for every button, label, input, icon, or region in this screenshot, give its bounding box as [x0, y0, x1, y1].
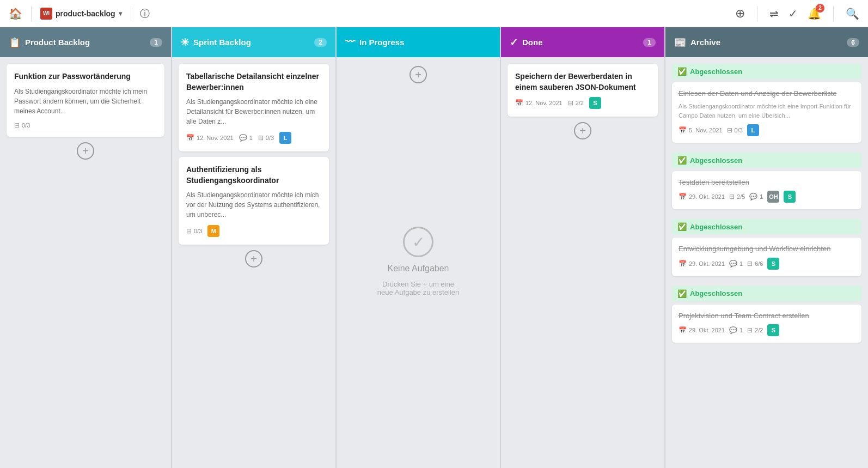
- info-icon[interactable]: ⓘ: [140, 7, 150, 20]
- archive-card-desc-einlesen: Als Studiengangskoordinator möchte ich e…: [678, 102, 855, 120]
- archive-status-3: ✅ Abgeschlossen: [672, 219, 861, 234]
- calendar-icon-a4: 📅: [678, 326, 687, 334]
- column-archive: 📰 Archive 6 ✅ Abgeschlossen Einlesen der…: [665, 27, 868, 468]
- comment-icon-a4: 💬: [729, 326, 737, 334]
- column-count-archive: 6: [847, 38, 859, 47]
- card-desc-passwort: Als Studiengangskoordinator möchte ich m…: [14, 87, 157, 116]
- archive-subtask-count-4: 2/2: [755, 327, 763, 333]
- add-icon[interactable]: ⊕: [735, 7, 745, 21]
- card-footer-tabellarische: 📅 12. Nov. 2021 💬 1 ⊟ 0/3 L: [186, 132, 321, 144]
- project-selector[interactable]: WI product-backlog ▾: [40, 8, 122, 20]
- nav-divider-2: [131, 6, 131, 21]
- subtask-icon-a3: ⊟: [747, 260, 753, 268]
- card-subtasks-auth: ⊟ 0/3: [186, 227, 202, 235]
- column-title-sprint-backlog: Sprint Backlog: [193, 38, 310, 47]
- filter-icon[interactable]: ⇌: [769, 7, 779, 20]
- archive-card-projektvision[interactable]: Projektvision und Team Contract erstelle…: [672, 305, 861, 343]
- comment-count: 1: [249, 135, 253, 141]
- archive-badge-s-2: S: [784, 191, 796, 203]
- archive-subtasks-4: ⊟ 2/2: [747, 326, 763, 334]
- archive-date-4: 📅 29. Okt. 2021: [678, 326, 725, 334]
- add-card-top-progress[interactable]: +: [409, 66, 427, 83]
- date-value: 12. Nov. 2021: [197, 135, 234, 141]
- column-title-in-progress: In Progress: [359, 38, 491, 47]
- archive-card-title-testdaten: Testdaten bereitstellen: [678, 178, 855, 187]
- card-footer-auth: ⊟ 0/3 M: [186, 225, 321, 237]
- calendar-icon-a3: 📅: [678, 260, 687, 268]
- card-footer-passwort: ⊟ 0/3: [14, 121, 157, 129]
- column-body-sprint-backlog: Tabellarische Detailansicht einzelner Be…: [172, 57, 335, 468]
- archive-card-einlesen[interactable]: Einlesen der Daten und Anzeige der Bewer…: [672, 82, 861, 143]
- archive-card-footer-testdaten: 📅 29. Okt. 2021 ⊟ 2/5 💬 1 OH S: [678, 191, 855, 203]
- subtask-icon-a2: ⊟: [729, 193, 735, 200]
- archive-card-footer-projektvision: 📅 29. Okt. 2021 💬 1 ⊟ 2/2 S: [678, 324, 855, 336]
- column-header-product-backlog: 📋 Product Backlog 1: [0, 27, 171, 57]
- column-body-in-progress: + ✓ Keine Aufgaben Drücken Sie + um eine…: [337, 57, 500, 468]
- column-count-done: 1: [643, 38, 656, 47]
- card-comments-tabellarische: 💬 1: [239, 134, 253, 142]
- chevron-down-icon: ▾: [119, 10, 122, 17]
- archive-subtasks-1: ⊟ 0/3: [727, 126, 743, 134]
- check-circle-icon[interactable]: ✓: [788, 7, 798, 20]
- archive-status-4: ✅ Abgeschlossen: [672, 286, 861, 301]
- archive-comment-count-4: 1: [739, 327, 743, 333]
- archive-card-footer-einlesen: 📅 5. Nov. 2021 ⊟ 0/3 L: [678, 124, 855, 136]
- calendar-icon-a2: 📅: [678, 193, 687, 200]
- archive-subtask-count-2: 2/5: [737, 193, 745, 200]
- priority-badge-s-done: S: [589, 97, 601, 109]
- column-count-sprint-backlog: 2: [314, 38, 327, 47]
- done-header-icon: ✓: [510, 37, 518, 48]
- card-tabellarische[interactable]: Tabellarische Detailansicht einzelner Be…: [179, 64, 329, 151]
- archive-icon: 📰: [674, 37, 686, 48]
- card-passwort[interactable]: Funktion zur Passwortänderung Als Studie…: [7, 64, 164, 137]
- archive-card-footer-entwicklung: 📅 29. Okt. 2021 💬 1 ⊟ 6/6 S: [678, 258, 855, 270]
- subtask-icon: ⊟: [14, 121, 20, 129]
- archive-comments-4: 💬 1: [729, 326, 743, 334]
- archive-section-3: ✅ Abgeschlossen Entwicklungsumgebung und…: [672, 219, 861, 276]
- card-bewerberdaten[interactable]: Speichern der Bewerberdaten in einem sau…: [508, 64, 658, 117]
- card-title-tabellarische: Tabellarische Detailansicht einzelner Be…: [186, 71, 321, 93]
- add-card-button-product[interactable]: +: [77, 142, 94, 160]
- archive-status-label-1: Abgeschlossen: [690, 68, 742, 76]
- priority-badge-m: M: [207, 225, 219, 237]
- archive-date-2: 📅 29. Okt. 2021: [678, 193, 725, 200]
- archive-date-value-4: 29. Okt. 2021: [689, 327, 725, 333]
- subtask-count-3: 0/3: [194, 228, 202, 234]
- archive-date-value-3: 29. Okt. 2021: [689, 260, 725, 267]
- card-subtasks-tabellarische: ⊟ 0/3: [258, 134, 274, 142]
- calendar-icon-done: 📅: [515, 99, 523, 107]
- archive-status-2: ✅ Abgeschlossen: [672, 153, 861, 168]
- empty-check-icon: ✓: [403, 227, 433, 257]
- archive-card-title-projektvision: Projektvision und Team Contract erstelle…: [678, 311, 855, 321]
- bell-icon[interactable]: 🔔 2: [808, 7, 821, 20]
- empty-state-in-progress: ✓ Keine Aufgaben Drücken Sie + um einene…: [377, 89, 459, 434]
- subtask-count-done: 2/2: [576, 100, 584, 106]
- top-navigation: 🏠 WI product-backlog ▾ ⓘ ⊕ ⇌ ✓ 🔔 2 🔍: [0, 0, 868, 27]
- subtask-icon-a1: ⊟: [727, 126, 732, 134]
- archive-date-value-2: 29. Okt. 2021: [689, 193, 725, 200]
- card-authentifizierung[interactable]: Authentifizierung als Studiengangskoordi…: [179, 157, 329, 245]
- nav-divider: [31, 6, 32, 21]
- column-body-product-backlog: Funktion zur Passwortänderung Als Studie…: [0, 57, 171, 468]
- archive-card-testdaten[interactable]: Testdaten bereitstellen 📅 29. Okt. 2021 …: [672, 171, 861, 209]
- home-icon[interactable]: 🏠: [9, 7, 22, 20]
- nav-divider-3: [757, 6, 757, 21]
- card-subtasks-bewerberdaten: ⊟ 2/2: [568, 99, 584, 107]
- column-count-product-backlog: 1: [150, 38, 162, 47]
- check-circle-icon-2: ✅: [677, 156, 687, 165]
- archive-subtasks-3: ⊟ 6/6: [747, 260, 763, 268]
- archive-comments-2: 💬 1: [749, 193, 763, 200]
- progress-icon: 〰: [345, 37, 355, 48]
- archive-comments-3: 💬 1: [729, 260, 743, 268]
- nav-actions: ⊕ ⇌ ✓ 🔔 2 🔍: [735, 6, 859, 21]
- add-card-button-done[interactable]: +: [574, 122, 591, 139]
- add-card-button-sprint[interactable]: +: [245, 250, 262, 268]
- column-body-done: Speichern der Bewerberdaten in einem sau…: [501, 57, 664, 468]
- check-circle-icon-3: ✅: [677, 222, 687, 231]
- notification-badge: 2: [816, 4, 824, 13]
- archive-date-1: 📅 5. Nov. 2021: [678, 126, 723, 134]
- archive-card-entwicklung[interactable]: Entwicklungsumgebung und Workflow einric…: [672, 238, 861, 276]
- archive-card-title-einlesen: Einlesen der Daten und Anzeige der Bewer…: [678, 89, 855, 99]
- archive-date-value-1: 5. Nov. 2021: [689, 127, 723, 133]
- search-icon[interactable]: 🔍: [846, 7, 859, 20]
